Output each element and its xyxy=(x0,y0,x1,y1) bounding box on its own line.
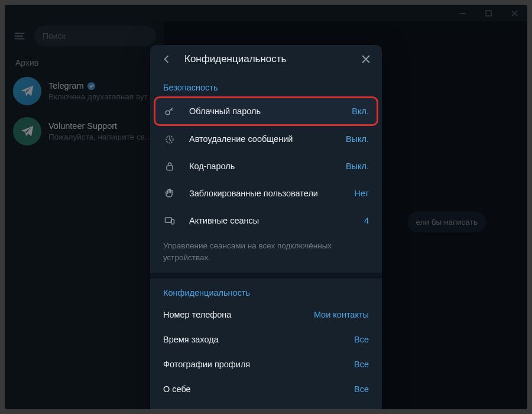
close-button[interactable] xyxy=(361,54,371,64)
modal-title: Конфиденциальность xyxy=(184,53,349,65)
row-label: Автоудаление сообщений xyxy=(189,134,333,144)
svg-rect-12 xyxy=(167,166,173,170)
key-icon xyxy=(163,105,176,118)
row-value: Вкл. xyxy=(352,106,369,116)
devices-icon xyxy=(163,214,176,227)
timer-icon xyxy=(163,132,176,145)
row-label: Облачный пароль xyxy=(189,106,339,116)
row-value: Выкл. xyxy=(346,161,369,171)
row-bio[interactable]: О себе Все xyxy=(150,377,382,402)
section-note: Управление сеансами на всех подключённых… xyxy=(150,234,382,273)
hand-icon xyxy=(163,187,176,200)
svg-rect-14 xyxy=(171,219,174,224)
row-profile-photos[interactable]: Фотографии профиля Все xyxy=(150,352,382,377)
row-value: Все xyxy=(354,360,369,369)
row-active-sessions[interactable]: Активные сеансы 4 xyxy=(150,207,382,234)
row-label: Код-пароль xyxy=(189,161,333,171)
row-value: Мои контакты xyxy=(314,310,369,319)
modal-overlay[interactable]: Конфиденциальность Безопасность Облачный… xyxy=(5,5,527,409)
section-title-security: Безопасность xyxy=(150,73,382,97)
row-auto-delete[interactable]: Автоудаление сообщений Выкл. xyxy=(150,125,382,153)
row-label: Номер телефона xyxy=(163,310,314,319)
row-cloud-password[interactable]: Облачный пароль Вкл. xyxy=(154,96,378,126)
row-label: О себе xyxy=(163,384,354,394)
row-value: Выкл. xyxy=(346,134,369,144)
svg-rect-13 xyxy=(166,218,172,222)
back-button[interactable] xyxy=(161,53,173,65)
row-label: Активные сеансы xyxy=(189,216,351,225)
svg-point-10 xyxy=(166,111,170,115)
row-value: Нет xyxy=(354,189,369,198)
app-window: Поиск Архив Telegram Включена двухэтапна… xyxy=(5,5,527,409)
row-value: Все xyxy=(354,384,369,394)
row-value: Все xyxy=(354,335,369,344)
section-title-privacy: Конфиденциальность xyxy=(150,279,382,302)
modal-header: Конфиденциальность xyxy=(150,45,382,73)
row-label: Заблокированные пользователи xyxy=(189,189,341,198)
row-value: 4 xyxy=(364,216,369,225)
row-passcode[interactable]: Код-пароль Выкл. xyxy=(150,153,382,180)
row-phone-number[interactable]: Номер телефона Мои контакты xyxy=(150,302,382,327)
row-label: Фотографии профиля xyxy=(163,360,354,369)
row-birthday[interactable]: Дата рождения Мои контакты xyxy=(150,402,382,409)
lock-icon xyxy=(163,160,176,173)
divider xyxy=(150,273,382,279)
row-label: Время захода xyxy=(163,335,354,344)
privacy-modal: Конфиденциальность Безопасность Облачный… xyxy=(150,45,382,409)
row-blocked-users[interactable]: Заблокированные пользователи Нет xyxy=(150,180,382,207)
row-last-seen[interactable]: Время захода Все xyxy=(150,327,382,352)
